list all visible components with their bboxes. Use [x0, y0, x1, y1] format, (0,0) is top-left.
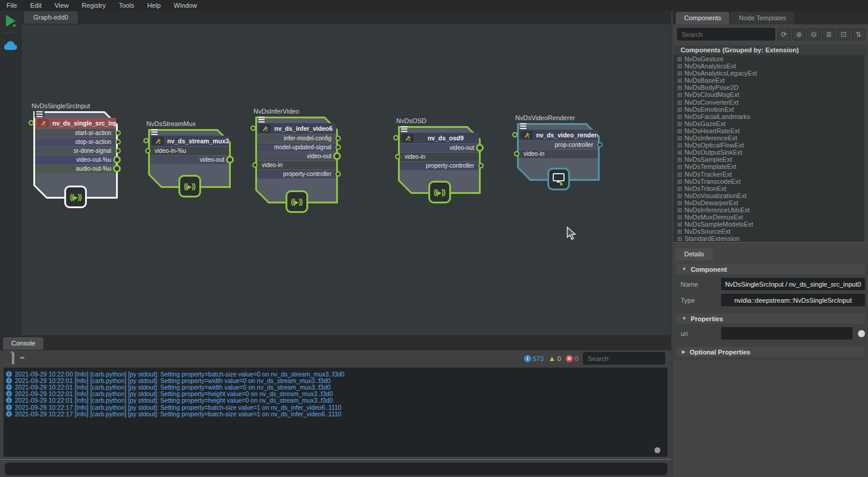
log-entry[interactable]: i2021-09-29 10:22:17 [Info] [carb.python… [6, 404, 668, 410]
uri-input[interactable] [721, 327, 853, 340]
menu-registry[interactable]: Registry [75, 0, 112, 11]
component-item[interactable]: ⊞NvDsCloudMsgExt [673, 91, 867, 98]
port-video-in[interactable]: video-in [519, 150, 598, 158]
node-header[interactable]: nv_ds_stream_mux3 [150, 136, 229, 146]
tab-details[interactable]: Details [676, 248, 713, 261]
graph-node-nv_ds_single_src_input0[interactable]: NvDsSingleSrcInputnv_ds_single_src_input… [33, 111, 118, 199]
component-item[interactable]: ⊞NvDsDewarperExt [673, 199, 867, 206]
graph-node-nv_ds_stream_mux3[interactable]: NvDsStreamMuxnv_ds_stream_mux3video-in-%… [148, 129, 231, 188]
expand-all-button[interactable]: ⊕ [792, 29, 806, 40]
header-in-port[interactable] [29, 120, 34, 125]
menu-file[interactable]: File [0, 0, 24, 11]
node-menu-icon[interactable] [518, 121, 528, 130]
menu-edit[interactable]: Edit [24, 0, 48, 11]
port-stop-sr-action[interactable]: stop-sr-action [35, 138, 116, 146]
port-video-in[interactable]: video-in [257, 161, 336, 170]
component-item[interactable]: ⊞NvDsSampleExt [673, 156, 867, 163]
node-header[interactable]: nv_ds_single_src_input0 [35, 118, 116, 128]
component-item[interactable]: ⊞StandardExtension [673, 235, 867, 242]
port-audio-out-%u[interactable]: audio-out-%u [35, 165, 116, 173]
components-search-input[interactable] [677, 28, 775, 40]
header-in-port[interactable] [512, 132, 518, 137]
menu-window[interactable]: Window [167, 0, 203, 11]
console-search-input[interactable] [583, 352, 665, 365]
log-entry[interactable]: i2021-09-29 10:22:01 [Info] [carb.python… [6, 397, 668, 404]
output-port-icon[interactable] [336, 145, 341, 150]
command-bar[interactable] [5, 463, 668, 475]
component-item[interactable]: ⊞NvDsMuxDemuxExt [673, 214, 867, 221]
header-in-port[interactable] [250, 125, 256, 131]
log-entry[interactable]: i2021-09-29 10:22:00 [Info] [carb.python… [6, 371, 668, 377]
output-port-icon[interactable] [113, 156, 121, 164]
port-infer-model-config[interactable]: infer-model-config [257, 134, 336, 143]
uri-handle-icon[interactable] [858, 330, 865, 337]
node-menu-icon[interactable] [149, 127, 159, 136]
component-item[interactable]: ⊞NvDsTritonExt [673, 185, 867, 192]
graph-node-nv_ds_osd9[interactable]: NvDsOSDnv_ds_osd9video-outvideo-inproper… [398, 126, 481, 194]
port-video-in[interactable]: video-in [400, 153, 479, 161]
output-port-icon[interactable] [478, 163, 484, 168]
tab-console[interactable]: Console [3, 337, 43, 350]
port-video-out[interactable]: video-out [150, 156, 229, 164]
port-prop-controller[interactable]: prop-controller [519, 141, 598, 149]
component-item[interactable]: ⊞NvDsTrackerExt [673, 171, 867, 178]
run-graph-button[interactable] [0, 11, 21, 31]
menu-view[interactable]: View [48, 0, 76, 11]
component-item[interactable]: ⊞NvDsHeartRateExt [673, 127, 867, 134]
component-item[interactable]: ⊞NvDsAnalyticsExt [673, 62, 867, 70]
component-item[interactable]: ⊞NvDsTemplateExt [673, 163, 867, 170]
node-menu-icon[interactable] [399, 124, 409, 133]
cloud-button[interactable] [0, 35, 21, 55]
component-item[interactable]: ⊞NvDsGazeExt [673, 120, 867, 127]
port-sr-done-signal[interactable]: sr-done-signal [35, 147, 116, 155]
graph-canvas[interactable]: NvDsSingleSrcInputnv_ds_single_src_input… [21, 24, 671, 336]
port-model-updated-signal[interactable]: model-updated-signal [257, 143, 336, 152]
node-header[interactable]: nv_ds_video_renderer12 [519, 130, 598, 140]
port-video-out[interactable]: video-out [400, 144, 479, 152]
signal-badge[interactable]: ((▶)) [286, 190, 308, 213]
port-video-out[interactable]: video-out [257, 152, 336, 161]
input-port-icon[interactable] [514, 151, 519, 156]
output-port-icon[interactable] [115, 148, 121, 153]
component-item[interactable]: ⊞NvDsConverterExt [673, 99, 867, 106]
component-item[interactable]: ⊞NvDsInferenceUtilsExt [673, 206, 867, 214]
input-port-icon[interactable] [145, 148, 151, 153]
header-in-port[interactable] [393, 135, 399, 140]
log-scrollbar-thumb[interactable] [654, 447, 660, 453]
signal-badge[interactable]: ((▶)) [178, 175, 201, 197]
components-scrollbar[interactable] [864, 55, 867, 242]
refresh-button[interactable]: ⟳ [778, 29, 791, 40]
section-properties[interactable]: ▼ Properties [676, 313, 865, 324]
sort-button[interactable]: ⇅ [852, 29, 865, 40]
component-item[interactable]: ⊞NvDsInferenceExt [673, 134, 867, 142]
input-port-icon[interactable] [252, 162, 258, 168]
fit-view-button[interactable]: ⊡ [837, 29, 850, 40]
output-port-icon[interactable] [115, 130, 121, 136]
tab-components[interactable]: Components [676, 12, 729, 24]
port-start-sr-action[interactable]: start-sr-action [35, 129, 116, 137]
output-port-icon[interactable] [597, 142, 603, 148]
port-video-in-%u[interactable]: video-in-%u [150, 147, 229, 155]
display-badge[interactable] [547, 168, 570, 190]
collapse-all-button[interactable]: ⊖ [807, 29, 820, 40]
signal-badge[interactable]: ((▶)) [64, 186, 87, 208]
component-item[interactable]: ⊞NvDsSampleModelsExt [673, 221, 867, 228]
node-header[interactable]: nv_ds_infer_video6 [257, 123, 336, 134]
component-item[interactable]: ⊞NvDsAnalyticsLegacyExt [673, 70, 867, 77]
edit-log-button[interactable]: ✎ [12, 353, 14, 364]
component-item[interactable]: ⊞NvDsEmotionExt [673, 106, 867, 113]
component-item[interactable]: ⊞NvDsBaseExt [673, 77, 867, 84]
port-video-out-%u[interactable]: video-out-%u [35, 156, 116, 164]
component-item[interactable]: ⊞NvDsTranscodeExt [673, 178, 867, 185]
tab-graph-edd0[interactable]: Graph-edd0 [24, 11, 78, 24]
filter-button[interactable]: ≣ [822, 29, 835, 40]
graph-node-nv_ds_infer_video6[interactable]: NvDsInferVideonv_ds_infer_video6infer-mo… [255, 117, 338, 203]
type-input[interactable] [721, 294, 865, 306]
log-entry[interactable]: i2021-09-29 10:22:01 [Info] [carb.python… [6, 377, 668, 384]
tab-node-templates[interactable]: Node Templates [731, 12, 794, 24]
port-property-controller[interactable]: property-controller [400, 162, 479, 170]
log-entry[interactable]: i2021-09-29 10:22:17 [Info] [carb.python… [6, 410, 668, 417]
port-property-controller[interactable]: property-controller [257, 170, 336, 178]
section-optional-properties[interactable]: ▶ Optional Properties [676, 347, 865, 357]
log-entry[interactable]: i2021-09-29 10:22:01 [Info] [carb.python… [6, 391, 668, 397]
